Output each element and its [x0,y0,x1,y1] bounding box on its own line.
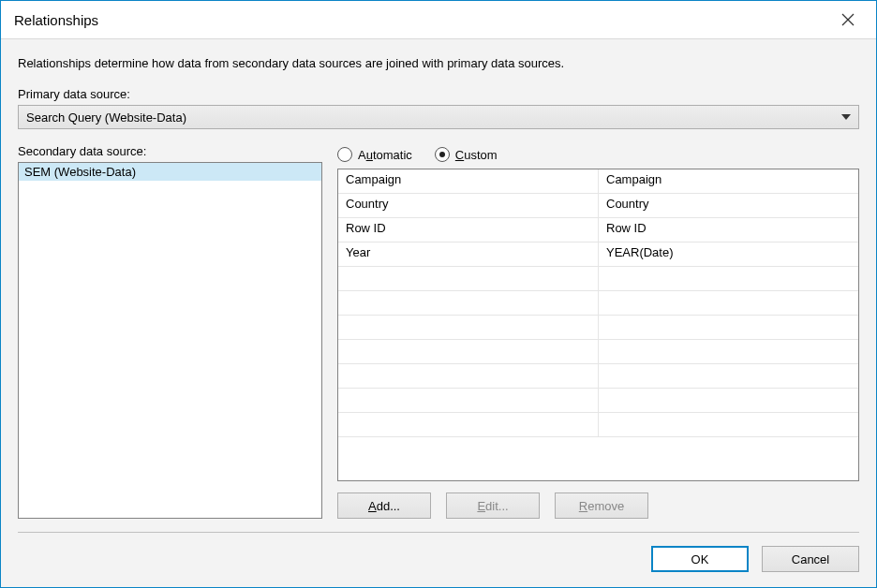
table-row[interactable] [338,413,858,437]
source-field-cell: Country [338,194,598,217]
ok-button[interactable]: OK [651,546,749,572]
primary-source-dropdown[interactable]: Search Query (Website-Data) [18,105,859,129]
field-mapping-grid[interactable]: CampaignCampaignCountryCountryRow IDRow … [337,169,859,481]
list-item[interactable]: SEM (Website-Data) [19,163,321,181]
source-field-cell [338,267,598,290]
window-title: Relationships [14,12,98,28]
table-row[interactable]: Row IDRow ID [338,218,858,243]
title-bar: Relationships [1,1,876,39]
target-field-cell [598,364,858,388]
radio-icon [435,147,450,162]
target-field-cell [598,291,858,315]
source-field-cell [338,291,598,315]
source-field-cell [338,413,598,436]
target-field-cell [598,413,858,436]
primary-source-value: Search Query (Website-Data) [26,110,186,125]
table-row[interactable] [338,340,858,364]
close-icon [841,13,855,26]
table-row[interactable] [338,267,858,291]
target-field-cell [598,267,858,290]
field-buttons: Add... Edit... Remove [337,492,859,519]
chevron-down-icon [841,114,851,120]
source-field-cell [338,316,598,339]
radio-custom[interactable]: Custom [435,147,498,162]
close-button[interactable] [829,5,867,35]
radio-dot-icon [439,152,445,157]
target-field-cell [598,316,858,339]
target-field-cell: YEAR(Date) [598,243,858,266]
mapping-column: Automatic Custom CampaignCampaignCountry… [337,144,859,519]
description-text: Relationships determine how data from se… [18,56,859,70]
target-field-cell: Campaign [598,169,858,193]
source-field-cell: Year [338,243,598,266]
mapping-mode-radios: Automatic Custom [337,144,859,165]
add-button[interactable]: Add... [337,492,431,519]
dialog-footer: OK Cancel [18,532,859,572]
cancel-button[interactable]: Cancel [762,546,859,572]
secondary-source-label: Secondary data source: [18,144,322,158]
source-field-cell [338,389,598,412]
table-row[interactable] [338,389,858,413]
source-field-cell [338,340,598,363]
source-field-cell [338,364,598,388]
table-row[interactable] [338,316,858,340]
table-row[interactable]: CampaignCampaign [338,169,858,194]
radio-icon [337,147,352,162]
source-field-cell: Campaign [338,169,598,193]
table-row[interactable] [338,291,858,316]
radio-custom-label: Custom [455,148,498,162]
table-row[interactable]: CountryCountry [338,194,858,218]
remove-button[interactable]: Remove [555,492,648,519]
edit-button[interactable]: Edit... [446,492,540,519]
relationships-dialog: Relationships Relationships determine ho… [0,0,877,588]
target-field-cell [598,340,858,363]
middle-pane: Secondary data source: SEM (Website-Data… [18,144,859,519]
table-row[interactable]: YearYEAR(Date) [338,243,858,267]
radio-automatic-label: Automatic [358,148,412,162]
secondary-column: Secondary data source: SEM (Website-Data… [18,144,322,519]
table-row[interactable] [338,364,858,389]
primary-source-label: Primary data source: [18,87,859,101]
target-field-cell: Row ID [598,218,858,242]
dialog-body: Relationships determine how data from se… [1,39,876,587]
source-field-cell: Row ID [338,218,598,242]
target-field-cell [598,389,858,412]
target-field-cell: Country [598,194,858,217]
radio-automatic[interactable]: Automatic [337,147,412,162]
secondary-source-list[interactable]: SEM (Website-Data) [18,162,322,519]
